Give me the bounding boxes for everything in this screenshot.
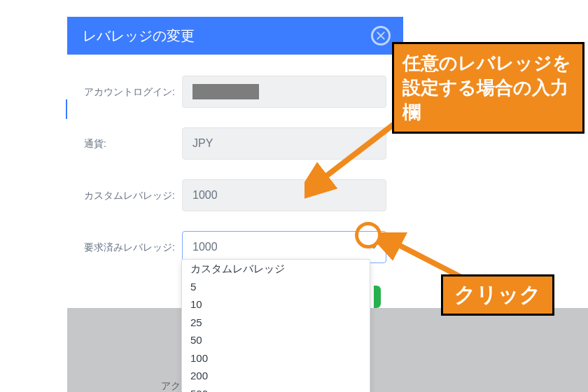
modal-title: レバレッジの変更 (83, 27, 195, 46)
annotation-callout-click: クリック (441, 274, 554, 316)
dropdown-option[interactable]: 100 (182, 349, 370, 368)
dropdown-option[interactable]: 5 (182, 278, 370, 296)
requested-leverage-value: 1000 (192, 241, 218, 253)
dropdown-option[interactable]: カスタムレバレッジ (182, 260, 370, 278)
label-account-login: アカウントログイン: (84, 85, 182, 99)
currency-value: JPY (192, 137, 213, 150)
label-requested-leverage: 要求済みレバレッジ: (84, 240, 182, 255)
modal-header: レバレッジの変更 (67, 17, 403, 55)
annotation-ring (355, 222, 382, 248)
custom-leverage-value: 1000 (192, 189, 218, 202)
dropdown-option[interactable]: 25 (182, 314, 370, 332)
leverage-dropdown: カスタムレバレッジ51025501002005001000 (181, 259, 370, 392)
dropdown-option[interactable]: 500 (182, 385, 370, 393)
annotation-callout-input: 任意のレバレッジを設定する場合の入力欄 (392, 42, 584, 134)
dropdown-option[interactable]: 10 (182, 295, 370, 314)
dropdown-option[interactable]: 50 (182, 331, 370, 349)
close-icon[interactable] (371, 26, 391, 46)
label-currency: 通貨: (84, 136, 182, 151)
label-custom-leverage: カスタムレバレッジ: (84, 188, 182, 203)
dropdown-option[interactable]: 200 (182, 367, 370, 385)
